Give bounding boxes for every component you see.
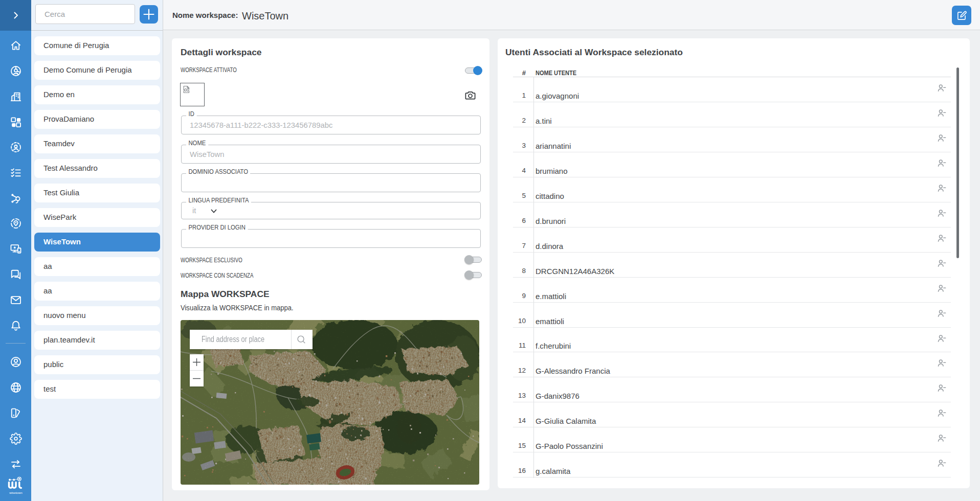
svg-text:wisetown: wisetown [9, 491, 23, 494]
